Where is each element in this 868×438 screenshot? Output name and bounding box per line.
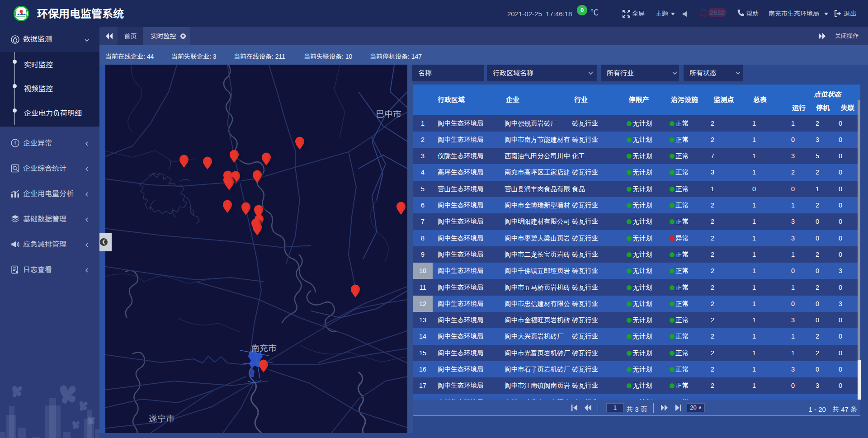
svg-text:巴中市: 巴中市 bbox=[376, 109, 401, 119]
svg-text:南充市: 南充市 bbox=[251, 344, 277, 353]
svg-text:遂宁市: 遂宁市 bbox=[149, 414, 175, 424]
